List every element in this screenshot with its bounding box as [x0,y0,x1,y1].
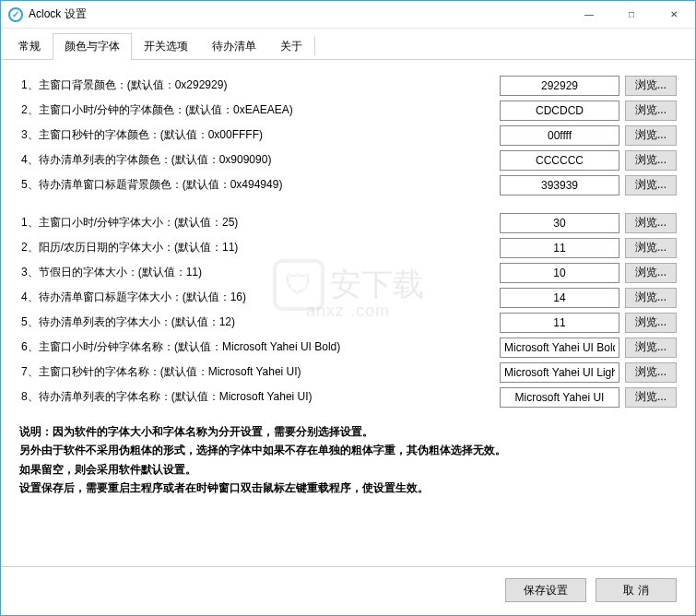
setting-label: 1、主窗口小时/分钟字体大小：(默认值：25) [19,215,500,231]
setting-label: 6、主窗口小时/分钟字体名称：(默认值：Microsoft Yahei UI B… [19,339,500,355]
browse-button[interactable]: 浏览... [625,76,677,96]
setting-label: 1、主窗口背景颜色：(默认值：0x292929) [19,77,500,93]
setting-row: 1、主窗口小时/分钟字体大小：(默认值：25) 浏览... [19,210,677,235]
setting-row: 5、待办清单窗口标题背景颜色：(默认值：0x494949) 浏览... [19,172,677,197]
bg-color-input[interactable] [500,76,619,96]
second-color-input[interactable] [500,125,619,146]
second-font-input[interactable] [500,362,619,383]
setting-label: 5、待办清单列表的字体大小：(默认值：12) [19,314,500,330]
tab-general[interactable]: 常规 [6,33,53,60]
browse-button[interactable]: 浏览... [625,362,677,383]
window-controls: — □ ✕ [568,1,695,28]
setting-row: 4、待办清单列表的字体颜色：(默认值：0x909090) 浏览... [19,148,677,172]
setting-row: 1、主窗口背景颜色：(默认值：0x292929) 浏览... [19,73,677,98]
footer-bar: 保存设置 取 消 [1,566,695,615]
setting-label: 8、待办清单列表的字体名称：(默认值：Microsoft Yahei UI) [19,389,500,405]
maximize-button[interactable]: □ [610,1,653,28]
setting-label: 7、主窗口秒针的字体名称：(默认值：Microsoft Yahei UI) [19,364,500,380]
browse-button[interactable]: 浏览... [625,238,677,258]
save-button[interactable]: 保存设置 [505,578,586,602]
desc-line-4: 设置保存后，需要重启主程序或者在时钟窗口双击鼠标左键重载程序，使设置生效。 [19,481,429,494]
browse-button[interactable]: 浏览... [625,150,677,171]
setting-row: 6、主窗口小时/分钟字体名称：(默认值：Microsoft Yahei UI B… [19,335,677,360]
setting-row: 2、阳历/农历日期的字体大小：(默认值：11) 浏览... [19,235,677,260]
todo-list-color-input[interactable] [500,150,619,171]
setting-label: 4、待办清单列表的字体颜色：(默认值：0x909090) [19,152,500,168]
close-button[interactable]: ✕ [653,1,695,28]
date-size-input[interactable] [500,238,619,258]
tab-todo[interactable]: 待办清单 [200,33,268,60]
tab-bar: 常规 颜色与字体 开关选项 待办清单 关于 [1,29,695,60]
setting-row: 3、主窗口秒针的字体颜色：(默认值：0x00FFFF) 浏览... [19,123,677,148]
browse-button[interactable]: 浏览... [625,101,677,121]
hour-minute-size-input[interactable] [500,213,619,233]
browse-button[interactable]: 浏览... [625,313,677,333]
setting-label: 4、待办清单窗口标题字体大小：(默认值：16) [19,290,500,305]
hour-minute-color-input[interactable] [500,101,619,121]
setting-row: 8、待办清单列表的字体名称：(默认值：Microsoft Yahei UI) 浏… [19,385,677,409]
setting-row: 4、待办清单窗口标题字体大小：(默认值：16) 浏览... [19,285,677,310]
desc-line-2: 另外由于软件不采用伪粗体的形式，选择的字体中如果不存在单独的粗体字重，其伪粗体选… [19,444,506,456]
setting-label: 2、主窗口小时/分钟的字体颜色：(默认值：0xEAEAEA) [19,102,500,118]
todo-list-size-input[interactable] [500,313,619,333]
tab-separator [314,36,315,55]
todo-title-size-input[interactable] [500,288,619,308]
browse-button[interactable]: 浏览... [625,175,677,195]
titlebar: Aclock 设置 — □ ✕ [1,1,695,29]
browse-button[interactable]: 浏览... [625,338,677,358]
setting-label: 5、待办清单窗口标题背景颜色：(默认值：0x494949) [19,177,500,193]
tab-colors-fonts[interactable]: 颜色与字体 [53,33,132,60]
content-area: 1、主窗口背景颜色：(默认值：0x292929) 浏览... 2、主窗口小时/分… [1,60,695,566]
browse-button[interactable]: 浏览... [625,263,677,283]
todo-title-bg-input[interactable] [500,175,619,195]
desc-line-3: 如果留空，则会采用软件默认设置。 [19,463,196,476]
app-icon [8,7,23,22]
setting-label: 3、主窗口秒针的字体颜色：(默认值：0x00FFFF) [19,127,500,143]
setting-row: 5、待办清单列表的字体大小：(默认值：12) 浏览... [19,310,677,335]
setting-label: 3、节假日的字体大小：(默认值：11) [19,265,500,280]
setting-row: 2、主窗口小时/分钟的字体颜色：(默认值：0xEAEAEA) 浏览... [19,98,677,123]
browse-button[interactable]: 浏览... [625,387,677,408]
tab-about[interactable]: 关于 [268,33,314,60]
cancel-button[interactable]: 取 消 [596,578,677,602]
setting-row: 7、主窗口秒针的字体名称：(默认值：Microsoft Yahei UI) 浏览… [19,360,677,385]
hour-minute-font-input[interactable] [500,338,619,358]
description-text: 说明：因为软件的字体大小和字体名称为分开设置，需要分别选择设置。 另外由于软件不… [19,422,677,498]
window-title: Aclock 设置 [29,6,568,22]
tab-switches[interactable]: 开关选项 [132,33,200,60]
settings-window: Aclock 设置 — □ ✕ 常规 颜色与字体 开关选项 待办清单 关于 1、… [0,0,696,616]
minimize-button[interactable]: — [568,1,610,28]
setting-row: 3、节假日的字体大小：(默认值：11) 浏览... [19,260,677,285]
setting-label: 2、阳历/农历日期的字体大小：(默认值：11) [19,240,500,255]
browse-button[interactable]: 浏览... [625,288,677,308]
browse-button[interactable]: 浏览... [625,213,677,233]
todo-list-font-input[interactable] [500,387,619,408]
holiday-size-input[interactable] [500,263,619,283]
browse-button[interactable]: 浏览... [625,125,677,146]
desc-line-1: 说明：因为软件的字体大小和字体名称为分开设置，需要分别选择设置。 [19,425,373,438]
